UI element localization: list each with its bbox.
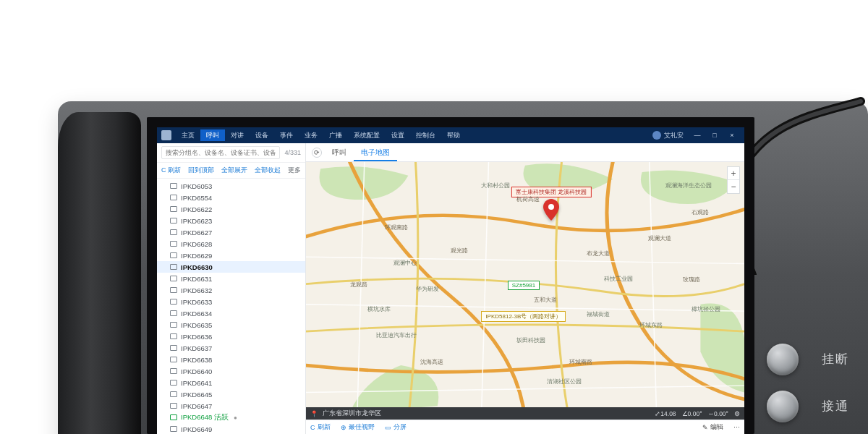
app-logo-icon <box>161 130 171 140</box>
device-id: IPKD6635 <box>181 321 212 329</box>
footer-refresh-button[interactable]: C 刷新 <box>310 422 331 432</box>
avatar-icon <box>652 131 661 140</box>
device-id: IPKD6622 <box>181 205 212 213</box>
menu-item-7[interactable]: 系统配置 <box>348 129 386 141</box>
footer-layers-button[interactable]: ▭ 分屏 <box>385 422 407 432</box>
menu-item-10[interactable]: 帮助 <box>441 129 466 141</box>
device-row[interactable]: IPKD6630 <box>157 261 305 273</box>
phone-handset[interactable] <box>58 112 141 434</box>
poi-label: 福城街道 <box>587 311 610 318</box>
device-row[interactable]: IPKD6647 <box>157 400 305 412</box>
search-input[interactable] <box>161 146 280 159</box>
map-callout[interactable]: IPKD5812-3B号（两路对讲） <box>481 311 566 322</box>
reload-icon[interactable]: ⟳ <box>312 148 322 158</box>
device-row[interactable]: IPKD6645 <box>157 388 305 400</box>
device-list[interactable]: IPKD6053IPKD6554IPKD6622IPKD6623IPKD6627… <box>157 179 305 434</box>
device-icon <box>170 333 177 339</box>
device-id: IPKD6631 <box>181 275 212 283</box>
device-row[interactable]: IPKD6634 <box>157 307 305 319</box>
device-id: IPKD6053 <box>181 182 212 190</box>
device-count: 4/331 <box>284 149 301 156</box>
menu-item-6[interactable]: 广播 <box>323 129 348 141</box>
more-link[interactable]: 更多 <box>288 166 301 175</box>
menu-item-3[interactable]: 设备 <box>250 129 274 141</box>
device-row[interactable]: IPKD6629 <box>157 250 305 261</box>
zoom-out-button[interactable]: − <box>728 180 739 193</box>
location-text: 广东省深圳市龙华区 <box>323 409 381 418</box>
road-label: 环城南路 <box>569 358 592 366</box>
content-footer: C 刷新 ⊕ 最佳视野 ▭ 分屏 ✎ 编辑 ⋯ <box>306 420 744 434</box>
device-row[interactable]: IPKD6648 活跃● <box>157 412 305 423</box>
device-row[interactable]: IPKD6640 <box>157 365 305 377</box>
road-label: 环观南路 <box>385 224 408 231</box>
device-id: IPKD6627 <box>181 229 212 237</box>
user-chip[interactable]: 艾礼安 <box>652 131 684 140</box>
footer-fit-button[interactable]: ⊕ 最佳视野 <box>341 422 375 432</box>
device-row[interactable]: IPKD6631 <box>157 273 305 284</box>
map-view[interactable]: 富士康科技集团 龙溪科技园 环观南路观光路布龙大道机荷高速沈海高速环城南路观澜大… <box>306 162 744 420</box>
zoom-in-button[interactable]: + <box>728 167 739 180</box>
menubar: 主页呼叫对讲设备事件业务广播系统配置设置控制台帮助 艾礼安 — □ × <box>157 127 744 143</box>
device-row[interactable]: IPKD6632 <box>157 284 305 296</box>
poi-label: 大和村公园 <box>481 182 510 190</box>
svg-point-1 <box>548 204 554 210</box>
poi-label: 比亚迪汽车出行 <box>376 332 417 339</box>
device-icon <box>170 310 177 316</box>
device-id: IPKD6637 <box>181 344 212 352</box>
footer-more-icon[interactable]: ⋯ <box>733 424 740 431</box>
device-row[interactable]: IPKD6628 <box>157 238 305 250</box>
device-row[interactable]: IPKD6635 <box>157 319 305 331</box>
sidebar-toolbar: C 刷新 回到顶部 全部展开 全部收起 更多 <box>157 163 305 179</box>
menu-item-8[interactable]: 设置 <box>386 129 410 141</box>
tab-1[interactable]: 电子地图 <box>354 145 397 161</box>
device-row[interactable]: IPKD6554 <box>157 192 305 203</box>
window-minimize-icon[interactable]: — <box>689 132 705 139</box>
device-id: IPKD6641 <box>181 379 212 387</box>
device-icon <box>170 426 177 432</box>
device-id: IPKD6623 <box>181 217 212 225</box>
refresh-link[interactable]: C 刷新 <box>161 166 181 175</box>
menu-item-0[interactable]: 主页 <box>176 129 200 141</box>
map-callout[interactable]: SZ#5981 <box>508 281 540 290</box>
device-row[interactable]: IPKD6627 <box>157 226 305 238</box>
menu-item-9[interactable]: 控制台 <box>410 129 441 141</box>
device-row[interactable]: IPKD6622 <box>157 203 305 215</box>
device-icon <box>170 264 177 270</box>
back-to-top-link[interactable]: 回到顶部 <box>188 166 214 175</box>
map-pin[interactable]: 富士康科技集团 龙溪科技园 <box>543 199 559 224</box>
device-row[interactable]: IPKD6637 <box>157 342 305 354</box>
device-icon <box>170 241 177 247</box>
poi-label: 观澜中心 <box>393 260 417 267</box>
poi-label: 坂田科技园 <box>516 337 545 344</box>
menu-item-1[interactable]: 呼叫 <box>200 129 225 141</box>
window-maximize-icon[interactable]: □ <box>707 132 723 139</box>
device-row[interactable]: IPKD6623 <box>157 215 305 226</box>
collapse-all-link[interactable]: 全部收起 <box>255 166 281 175</box>
answer-button[interactable] <box>767 391 799 422</box>
device-icon <box>170 380 177 386</box>
menu-item-4[interactable]: 事件 <box>274 129 299 141</box>
road-label: 观澜大道 <box>648 234 671 242</box>
device-row[interactable]: IPKD6636 <box>157 331 305 342</box>
device-icon <box>170 299 177 305</box>
device-row[interactable]: IPKD6638 <box>157 354 305 365</box>
device-id: IPKD6629 <box>181 252 212 260</box>
expand-all-link[interactable]: 全部展开 <box>221 166 247 175</box>
screen: 主页呼叫对讲设备事件业务广播系统配置设置控制台帮助 艾礼安 — □ × 4/33… <box>147 117 754 434</box>
poi-label: 清湖社区公园 <box>547 378 582 386</box>
hangup-button[interactable] <box>767 344 799 375</box>
menu-item-2[interactable]: 对讲 <box>225 129 250 141</box>
map-settings-icon[interactable]: ⚙ <box>734 410 740 417</box>
menu-item-5[interactable]: 业务 <box>299 129 323 141</box>
device-id: IPKD6648 活跃 <box>181 413 229 422</box>
window-close-icon[interactable]: × <box>724 132 740 139</box>
device-row[interactable]: IPKD6053 <box>157 180 305 192</box>
device-id: IPKD6630 <box>181 263 213 271</box>
footer-edit-button[interactable]: ✎ 编辑 <box>702 422 723 432</box>
device-icon <box>170 183 177 189</box>
device-id: IPKD6638 <box>181 356 212 364</box>
tab-0[interactable]: 呼叫 <box>325 145 354 160</box>
device-row[interactable]: IPKD6633 <box>157 296 305 307</box>
device-row[interactable]: IPKD6641 <box>157 377 305 388</box>
device-row[interactable]: IPKD6649 <box>157 423 305 434</box>
